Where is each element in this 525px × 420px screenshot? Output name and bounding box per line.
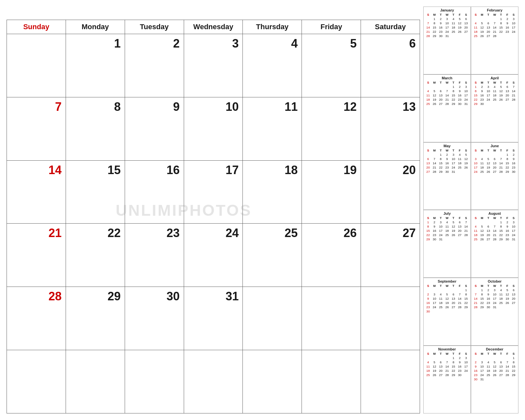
- mini-day-cell: 28: [425, 34, 431, 38]
- mini-day-cell: 29: [425, 237, 431, 241]
- day-cell[interactable]: 21: [7, 224, 66, 287]
- day-cell[interactable]: 22: [66, 224, 125, 287]
- day-cell[interactable]: 13: [361, 97, 420, 160]
- mini-cal-grid: SMTWTFS123456789101112131415161718192021…: [425, 149, 469, 174]
- mini-day-cell: 8: [450, 89, 456, 93]
- mini-day-header: S: [463, 352, 469, 356]
- day-cell[interactable]: 8: [66, 97, 125, 160]
- mini-day-cell: 26: [492, 373, 498, 377]
- mini-day-cell: 2: [504, 17, 510, 21]
- mini-day-header: T: [498, 81, 504, 85]
- day-cell[interactable]: 31: [184, 287, 243, 350]
- mini-day-cell: 11: [438, 296, 444, 301]
- mini-day-cell: 15: [438, 161, 444, 165]
- day-header-sunday: Sunday: [7, 20, 66, 34]
- mini-day-cell: 25: [425, 373, 431, 377]
- mini-day-cell: 8: [498, 224, 504, 229]
- mini-day-cell: 9: [479, 89, 485, 93]
- day-cell[interactable]: 7: [7, 97, 66, 160]
- day-cell[interactable]: 24: [184, 224, 243, 287]
- day-cell[interactable]: 5: [302, 34, 361, 97]
- day-cell[interactable]: 12: [302, 97, 361, 160]
- mini-day-cell: 26: [456, 30, 463, 34]
- day-cell[interactable]: 6: [361, 34, 420, 97]
- day-cell[interactable]: 9: [125, 97, 184, 160]
- mini-day-cell: 20: [438, 97, 444, 102]
- mini-day-cell: 7: [431, 157, 437, 161]
- mini-day-cell: 17: [492, 296, 498, 301]
- mini-day-cell: 8: [472, 89, 479, 93]
- mini-day-cell: [431, 152, 437, 157]
- mini-day-cell: [485, 102, 492, 106]
- mini-cal-title: February: [472, 8, 517, 12]
- day-cell[interactable]: 26: [302, 224, 361, 287]
- mini-day-cell: 5: [456, 17, 463, 21]
- day-cell[interactable]: 19: [302, 161, 361, 224]
- mini-day-cell: 19: [431, 369, 437, 373]
- day-cell[interactable]: 11: [243, 97, 302, 160]
- mini-day-header: T: [438, 352, 444, 356]
- mini-day-cell: [472, 288, 479, 292]
- mini-day-cell: 19: [498, 93, 504, 97]
- day-cell[interactable]: 29: [66, 287, 125, 350]
- mini-day-header: W: [444, 216, 450, 220]
- mini-day-cell: 7: [425, 21, 431, 25]
- mini-day-cell: 22: [450, 369, 456, 373]
- mini-day-cell: [431, 85, 437, 89]
- day-cell[interactable]: 16: [125, 161, 184, 224]
- day-cell[interactable]: 25: [243, 224, 302, 287]
- mini-day-cell: 1: [450, 85, 456, 89]
- day-cell[interactable]: 17: [184, 161, 243, 224]
- mini-day-cell: 12: [479, 25, 485, 30]
- mini-day-header: W: [492, 284, 498, 288]
- mini-day-cell: 15: [463, 296, 469, 301]
- mini-day-cell: 10: [463, 360, 469, 364]
- mini-day-cell: 27: [498, 373, 504, 377]
- day-header-monday: Monday: [66, 20, 125, 34]
- mini-day-header: F: [456, 81, 463, 85]
- mini-day-cell: 4: [479, 157, 485, 161]
- day-cell[interactable]: 23: [125, 224, 184, 287]
- day-number: 27: [403, 226, 416, 240]
- mini-day-cell: 21: [444, 369, 450, 373]
- day-cell[interactable]: 14: [7, 161, 66, 224]
- mini-day-cell: 13: [425, 161, 431, 165]
- mini-day-cell: 1: [438, 152, 444, 157]
- day-cell[interactable]: 28: [7, 287, 66, 350]
- mini-day-cell: 5: [504, 288, 510, 292]
- mini-day-header: M: [479, 352, 485, 356]
- mini-day-cell: 24: [431, 305, 437, 309]
- mini-day-cell: 31: [492, 305, 498, 309]
- mini-day-cell: 6: [511, 288, 517, 292]
- day-cell[interactable]: 15: [66, 161, 125, 224]
- mini-day-cell: 10: [463, 89, 469, 93]
- mini-day-cell: [425, 288, 431, 292]
- mini-day-cell: 24: [472, 170, 479, 174]
- mini-calendar-december: DecemberSMTWTFS1234567891011121314151617…: [471, 346, 518, 413]
- mini-day-cell: [504, 356, 510, 360]
- mini-day-cell: 26: [504, 301, 510, 305]
- day-number: 24: [225, 226, 239, 240]
- day-cell[interactable]: 18: [243, 161, 302, 224]
- mini-day-cell: [479, 220, 485, 224]
- mini-day-cell: [444, 309, 450, 313]
- day-cell[interactable]: 4: [243, 34, 302, 97]
- mini-day-header: S: [472, 81, 479, 85]
- day-cell[interactable]: 2: [125, 34, 184, 97]
- day-cell[interactable]: 1: [66, 34, 125, 97]
- mini-day-cell: 10: [472, 161, 479, 165]
- mini-day-header: T: [438, 13, 444, 17]
- mini-day-cell: 10: [492, 292, 498, 296]
- day-cell[interactable]: 20: [361, 161, 420, 224]
- mini-day-header: T: [498, 284, 504, 288]
- mini-day-cell: [485, 377, 492, 381]
- mini-day-header: T: [485, 81, 492, 85]
- mini-day-cell: 28: [431, 170, 437, 174]
- mini-day-cell: 2: [456, 85, 463, 89]
- day-cell[interactable]: 3: [184, 34, 243, 97]
- day-cell[interactable]: 30: [125, 287, 184, 350]
- mini-day-cell: [438, 309, 444, 313]
- day-cell[interactable]: 27: [361, 224, 420, 287]
- day-cell[interactable]: 10: [184, 97, 243, 160]
- mini-day-cell: 23: [472, 373, 479, 377]
